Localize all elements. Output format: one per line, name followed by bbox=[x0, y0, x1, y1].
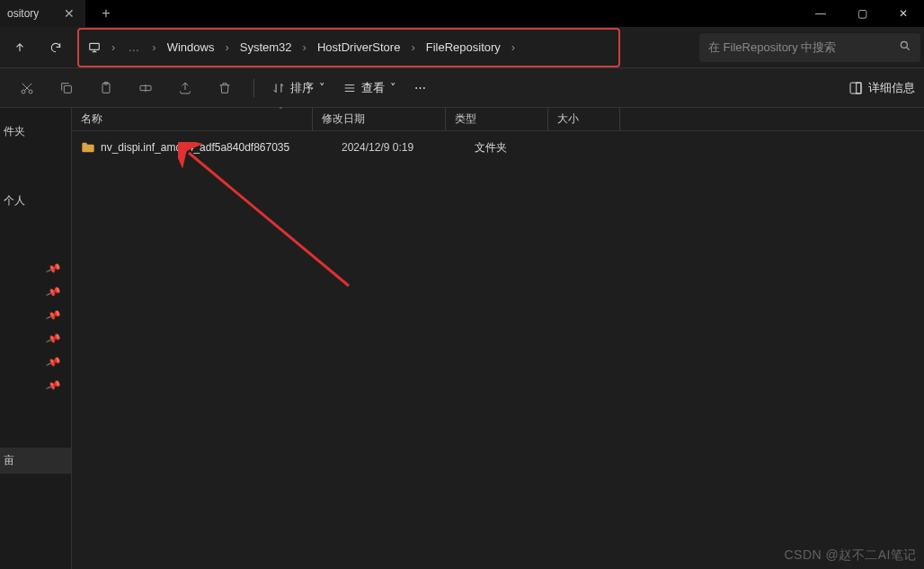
search-input[interactable] bbox=[708, 40, 893, 54]
sort-indicator-icon: ˄ bbox=[279, 106, 283, 115]
details-icon bbox=[848, 81, 863, 95]
search-icon[interactable] bbox=[899, 40, 911, 56]
minimize-button[interactable]: — bbox=[800, 0, 841, 27]
more-icon: ⋯ bbox=[414, 81, 426, 94]
crumb-system32[interactable]: System32 bbox=[236, 37, 296, 58]
address-bar[interactable]: › … › Windows › System32 › HostDriverSto… bbox=[84, 37, 613, 58]
chevron-right-icon[interactable]: › bbox=[506, 37, 520, 58]
svg-rect-0 bbox=[90, 43, 100, 49]
cut-icon bbox=[20, 81, 34, 95]
svg-line-10 bbox=[189, 153, 349, 286]
chevron-right-icon[interactable]: › bbox=[298, 37, 312, 58]
view-icon bbox=[343, 82, 356, 94]
copy-button[interactable] bbox=[49, 74, 84, 102]
cell-date: 2024/12/9 0:19 bbox=[333, 141, 466, 154]
sort-label: 排序 bbox=[290, 80, 314, 96]
titlebar: ository ✕ + — ▢ ✕ bbox=[0, 0, 924, 27]
share-icon bbox=[178, 81, 192, 95]
tab-strip: ository ✕ + bbox=[0, 0, 111, 27]
sidebar-pinned-item[interactable]: 📌 bbox=[0, 304, 71, 327]
svg-rect-4 bbox=[64, 85, 71, 93]
annotation-arrow-icon bbox=[178, 142, 358, 295]
sort-dropdown[interactable]: 排序 ˅ bbox=[265, 76, 333, 100]
sidebar-pinned-item[interactable]: 📌 bbox=[0, 374, 71, 397]
paste-button[interactable] bbox=[88, 74, 124, 102]
delete-icon bbox=[218, 81, 232, 95]
arrow-up-icon bbox=[13, 41, 26, 54]
refresh-icon bbox=[49, 41, 62, 54]
file-list: nv_dispi.inf_amd64_adf5a840df867035 2024… bbox=[72, 131, 924, 160]
toolbar: 排序 ˅ 查看 ˅ ⋯ 详细信息 bbox=[0, 68, 924, 108]
pin-icon: 📌 bbox=[45, 354, 62, 370]
more-crumb[interactable]: … bbox=[122, 37, 145, 58]
sidebar-pinned-group: 📌 📌 📌 📌 📌 📌 bbox=[0, 257, 71, 397]
view-label: 查看 bbox=[361, 80, 385, 96]
tab-title: ository bbox=[7, 7, 39, 20]
pin-icon: 📌 bbox=[45, 261, 62, 277]
svg-point-1 bbox=[901, 41, 907, 48]
maximize-button[interactable]: ▢ bbox=[841, 0, 883, 27]
column-header-type[interactable]: 类型 bbox=[446, 108, 548, 130]
folder-icon bbox=[81, 141, 95, 154]
body: 件夹 个人 📌 📌 📌 📌 📌 📌 亩 名称 ˄ 修改日期 类型 大小 bbox=[0, 108, 924, 569]
new-tab-button[interactable]: + bbox=[102, 5, 110, 22]
svg-rect-9 bbox=[857, 83, 861, 93]
pin-icon: 📌 bbox=[45, 284, 62, 300]
sidebar-pinned-item[interactable]: 📌 bbox=[0, 280, 71, 304]
paste-icon bbox=[99, 81, 113, 95]
rename-icon bbox=[138, 81, 153, 95]
pin-icon: 📌 bbox=[45, 378, 62, 394]
sidebar-pinned-item[interactable]: 📌 bbox=[0, 351, 71, 374]
chevron-right-icon[interactable]: › bbox=[405, 37, 420, 58]
chevron-right-icon[interactable]: › bbox=[219, 37, 234, 58]
watermark: CSDN @赵不二AI笔记 bbox=[785, 547, 918, 564]
view-dropdown[interactable]: 查看 ˅ bbox=[336, 76, 404, 100]
close-window-button[interactable]: ✕ bbox=[883, 0, 924, 27]
address-bar-highlight: › … › Windows › System32 › HostDriverSto… bbox=[77, 28, 620, 67]
delete-button[interactable] bbox=[207, 74, 243, 102]
more-button[interactable]: ⋯ bbox=[407, 77, 433, 98]
sort-icon bbox=[272, 82, 285, 94]
copy-icon bbox=[59, 81, 74, 95]
crumb-windows[interactable]: Windows bbox=[164, 37, 218, 58]
cut-button[interactable] bbox=[9, 74, 45, 102]
table-row[interactable]: nv_dispi.inf_amd64_adf5a840df867035 2024… bbox=[72, 135, 924, 160]
sidebar: 件夹 个人 📌 📌 📌 📌 📌 📌 亩 bbox=[0, 108, 72, 569]
details-label: 详细信息 bbox=[868, 80, 915, 96]
close-tab-button[interactable]: ✕ bbox=[64, 6, 75, 21]
search-box[interactable] bbox=[699, 33, 920, 62]
cell-type: 文件夹 bbox=[466, 140, 568, 156]
content-area: 名称 ˄ 修改日期 类型 大小 nv_dispi.inf_amd64_adf5a… bbox=[72, 108, 924, 569]
details-button[interactable]: 详细信息 bbox=[848, 80, 915, 96]
chevron-right-icon[interactable]: › bbox=[147, 37, 161, 58]
toolbar-separator bbox=[253, 79, 254, 97]
column-headers: 名称 ˄ 修改日期 类型 大小 bbox=[72, 108, 924, 131]
tab-current[interactable]: ository ✕ bbox=[0, 0, 85, 27]
window-controls: — ▢ ✕ bbox=[800, 0, 924, 27]
sidebar-item-personal[interactable]: 个人 bbox=[0, 188, 71, 214]
chevron-down-icon: ˅ bbox=[319, 81, 325, 94]
pin-icon: 📌 bbox=[45, 307, 62, 324]
crumb-filerepository[interactable]: FileRepository bbox=[422, 37, 504, 58]
pin-icon: 📌 bbox=[45, 331, 62, 347]
rename-button[interactable] bbox=[128, 74, 164, 102]
column-header-size[interactable]: 大小 bbox=[548, 108, 620, 130]
refresh-button[interactable] bbox=[40, 31, 72, 64]
chevron-down-icon: ˅ bbox=[390, 81, 396, 94]
share-button[interactable] bbox=[167, 74, 203, 102]
chevron-right-icon[interactable]: › bbox=[106, 37, 120, 58]
sidebar-pinned-item[interactable]: 📌 bbox=[0, 327, 71, 351]
sidebar-item-folders[interactable]: 件夹 bbox=[0, 119, 71, 145]
monitor-icon[interactable] bbox=[84, 38, 104, 58]
svg-rect-8 bbox=[850, 83, 861, 93]
column-header-name[interactable]: 名称 ˄ bbox=[72, 108, 313, 130]
sidebar-pinned-item[interactable]: 📌 bbox=[0, 257, 71, 280]
up-button[interactable] bbox=[4, 31, 36, 64]
crumb-hostdriverstore[interactable]: HostDriverStore bbox=[314, 37, 404, 58]
cell-name: nv_dispi.inf_amd64_adf5a840df867035 bbox=[101, 141, 333, 154]
sidebar-item-highlight[interactable]: 亩 bbox=[0, 448, 71, 474]
column-header-date[interactable]: 修改日期 bbox=[313, 108, 446, 130]
navbar: › … › Windows › System32 › HostDriverSto… bbox=[0, 27, 924, 68]
